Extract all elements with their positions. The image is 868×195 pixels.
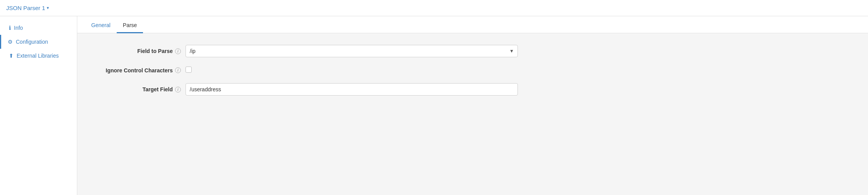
ignore-control-characters-checkbox[interactable] bbox=[186, 67, 192, 73]
upload-icon: ⬆ bbox=[9, 53, 14, 59]
tabs-bar: General Parse bbox=[77, 16, 868, 33]
form-area: Field to Parse i /ip ▼ Ignore Control Ch… bbox=[77, 33, 868, 116]
main-layout: ℹ Info ⚙ Configuration ⬆ External Librar… bbox=[0, 16, 868, 195]
tab-general[interactable]: General bbox=[85, 18, 117, 33]
field-to-parse-label: Field to Parse i bbox=[93, 48, 186, 54]
sidebar-item-external-libraries[interactable]: ⬆ External Libraries bbox=[0, 49, 77, 63]
target-field-input[interactable] bbox=[186, 83, 518, 96]
top-bar: JSON Parser 1 ▾ bbox=[0, 0, 868, 16]
app-title[interactable]: JSON Parser 1 ▾ bbox=[6, 5, 49, 11]
ignore-control-characters-control bbox=[186, 67, 518, 74]
sidebar-item-configuration-label: Configuration bbox=[16, 39, 48, 45]
app-title-text: JSON Parser 1 bbox=[6, 5, 45, 11]
sidebar: ℹ Info ⚙ Configuration ⬆ External Librar… bbox=[0, 16, 77, 195]
sidebar-item-info-label: Info bbox=[14, 25, 23, 31]
field-to-parse-select-wrapper: /ip ▼ bbox=[186, 45, 518, 57]
sidebar-item-configuration[interactable]: ⚙ Configuration bbox=[0, 35, 77, 49]
ignore-control-chars-info-icon[interactable]: i bbox=[175, 67, 181, 73]
field-to-parse-row: Field to Parse i /ip ▼ bbox=[93, 45, 853, 57]
target-field-control bbox=[186, 83, 518, 96]
field-to-parse-control: /ip ▼ bbox=[186, 45, 518, 57]
target-field-label: Target Field i bbox=[93, 86, 186, 92]
ignore-control-characters-label: Ignore Control Characters i bbox=[93, 67, 186, 74]
ignore-control-characters-row: Ignore Control Characters i bbox=[93, 67, 853, 74]
sidebar-item-external-libraries-label: External Libraries bbox=[17, 53, 59, 59]
info-icon: ℹ bbox=[9, 25, 11, 31]
target-field-info-icon[interactable]: i bbox=[175, 87, 181, 92]
content-area: General Parse Field to Parse i /ip bbox=[77, 16, 868, 195]
field-to-parse-select[interactable]: /ip bbox=[186, 45, 518, 57]
sidebar-item-info[interactable]: ℹ Info bbox=[0, 21, 77, 35]
field-to-parse-info-icon[interactable]: i bbox=[175, 48, 181, 54]
gear-icon: ⚙ bbox=[8, 39, 13, 45]
target-field-row: Target Field i bbox=[93, 83, 853, 96]
tab-parse[interactable]: Parse bbox=[117, 18, 143, 33]
title-caret-icon: ▾ bbox=[47, 5, 49, 10]
